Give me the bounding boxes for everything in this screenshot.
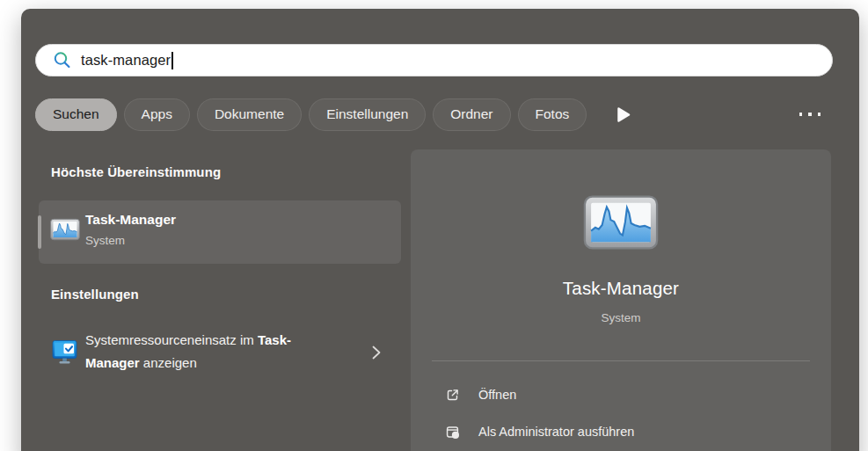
chevron-right-icon [371, 344, 382, 361]
screen: task-manager Suchen Apps Dokumente Einst… [0, 0, 868, 451]
open-external-icon [444, 387, 461, 404]
settings-section-header: Einstellungen [51, 287, 139, 302]
search-input[interactable]: task-manager [35, 44, 833, 76]
ellipsis-icon [808, 113, 812, 116]
task-manager-icon-large [582, 195, 660, 250]
best-match-header: Höchste Übereinstimmung [51, 164, 221, 179]
settings-item-label: Systemressourceneinsatz im Task-Manager … [85, 329, 301, 375]
action-open[interactable]: Öffnen [437, 380, 810, 410]
task-manager-icon [50, 218, 80, 241]
result-title: Task-Manager [85, 212, 176, 228]
action-label: Öffnen [478, 388, 516, 402]
tab-apps[interactable]: Apps [124, 98, 190, 131]
search-query-text: task-manager [81, 52, 171, 69]
tab-suchen[interactable]: Suchen [35, 98, 117, 131]
text-caret [171, 52, 173, 69]
search-flyout-window: task-manager Suchen Apps Dokumente Einst… [21, 9, 859, 451]
ellipsis-icon [818, 113, 821, 116]
preview-title: Task-Manager [411, 278, 831, 299]
preview-panel: Task-Manager System Öffnen Als Administr… [411, 149, 831, 451]
tab-fotos[interactable]: Fotos [518, 98, 587, 131]
search-icon [52, 50, 73, 71]
system-display-icon [51, 338, 79, 366]
more-filters-button[interactable] [613, 104, 634, 125]
tab-ordner[interactable]: Ordner [433, 98, 510, 131]
selection-indicator [38, 215, 41, 249]
result-task-manager[interactable]: Task-Manager System [39, 200, 401, 264]
preview-subtitle: System [411, 311, 831, 324]
action-label: Als Administrator ausführen [478, 425, 634, 439]
tab-einstellungen[interactable]: Einstellungen [309, 98, 426, 131]
more-options-button[interactable] [798, 107, 823, 121]
play-icon [617, 107, 631, 122]
divider [432, 360, 810, 361]
result-subtitle: System [85, 234, 125, 247]
filter-tabs: Suchen Apps Dokumente Einstellungen Ordn… [35, 98, 845, 131]
action-run-as-admin[interactable]: Als Administrator ausführen [437, 417, 810, 447]
run-as-admin-icon [444, 424, 461, 440]
result-settings-task-manager[interactable]: Systemressourceneinsatz im Task-Manager … [39, 321, 401, 384]
ellipsis-icon [799, 113, 803, 116]
tab-dokumente[interactable]: Dokumente [197, 98, 302, 131]
